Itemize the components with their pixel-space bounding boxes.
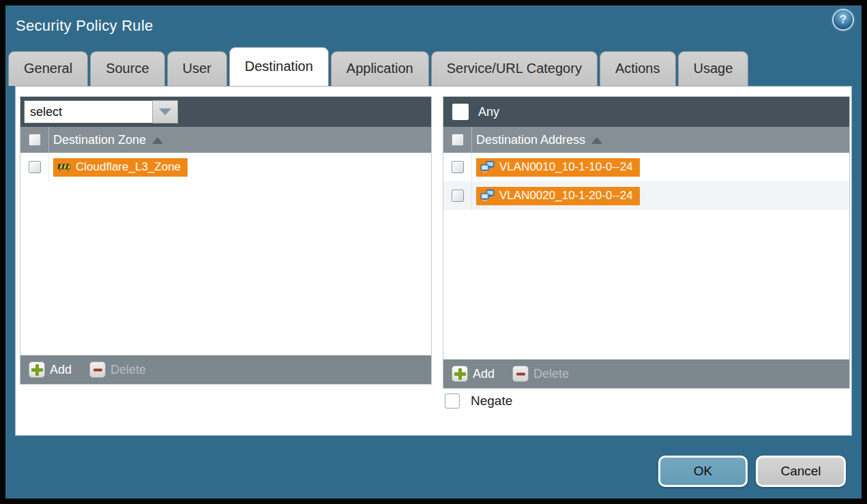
plus-icon — [452, 366, 468, 382]
zone-header-checkbox-cell — [20, 127, 49, 153]
zone-icon — [57, 162, 71, 172]
address-action-bar: Add Delete — [443, 359, 849, 388]
tab-application[interactable]: Application — [331, 51, 429, 86]
address-item[interactable]: VLAN0020_10-1-20-0--24 — [476, 187, 640, 205]
address-row-checkbox-cell — [443, 181, 472, 210]
zone-item-label: Cloudflare_L3_Zone — [76, 160, 181, 174]
negate-label: Negate — [471, 394, 512, 409]
zone-column-label: Destination Zone — [53, 133, 146, 147]
address-row-checkbox-cell — [443, 153, 472, 181]
address-item-label: VLAN0010_10-1-10-0--24 — [499, 160, 633, 174]
add-button[interactable]: Add — [452, 366, 495, 382]
delete-button[interactable]: Delete — [512, 366, 569, 382]
tab-usage[interactable]: Usage — [678, 51, 749, 86]
delete-button-label: Delete — [533, 367, 569, 381]
zone-row-checkbox-cell — [20, 153, 49, 181]
tab-general[interactable]: General — [8, 51, 88, 86]
any-label: Any — [478, 105, 499, 119]
ok-button[interactable]: OK — [658, 456, 748, 487]
address-select-all-checkbox[interactable] — [452, 134, 464, 146]
address-item-label: VLAN0020_10-1-20-0--24 — [499, 189, 633, 203]
address-list: VLAN0010_10-1-10-0--24 — [443, 153, 849, 359]
plus-icon — [29, 361, 45, 378]
address-row-checkbox[interactable] — [452, 190, 464, 202]
security-policy-rule-dialog: Security Policy Rule ? General Source Us… — [5, 5, 862, 499]
tab-bar: General Source User Destination Applicat… — [8, 47, 748, 86]
tab-source[interactable]: Source — [90, 51, 164, 86]
address-column-header[interactable]: Destination Address — [443, 127, 849, 153]
any-checkbox[interactable] — [452, 104, 469, 120]
negate-control: Negate — [445, 394, 512, 409]
tab-destination[interactable]: Destination — [229, 47, 329, 86]
tab-actions[interactable]: Actions — [600, 51, 676, 86]
minus-icon — [89, 361, 106, 378]
table-row: VLAN0020_10-1-20-0--24 — [443, 181, 849, 210]
zone-action-bar: Add Delete — [20, 355, 431, 384]
table-row: Cloudflare_L3_Zone — [20, 153, 431, 181]
address-header-checkbox-cell — [443, 127, 472, 153]
help-icon[interactable]: ? — [834, 10, 853, 29]
zone-item[interactable]: Cloudflare_L3_Zone — [53, 158, 188, 177]
zone-select-all-checkbox[interactable] — [29, 134, 41, 146]
zone-toolbar — [20, 97, 431, 127]
address-row-checkbox[interactable] — [452, 161, 464, 173]
zone-select-input[interactable] — [24, 100, 152, 123]
delete-button-label: Delete — [111, 363, 146, 377]
zone-column-header[interactable]: Destination Zone — [20, 127, 431, 153]
address-column-label: Destination Address — [476, 133, 585, 147]
address-column-title: Destination Address — [476, 133, 602, 147]
delete-button[interactable]: Delete — [89, 361, 146, 378]
address-toolbar: Any — [443, 97, 849, 127]
address-item[interactable]: VLAN0010_10-1-10-0--24 — [476, 158, 640, 177]
tab-service-url-category[interactable]: Service/URL Category — [431, 51, 598, 86]
zone-list: Cloudflare_L3_Zone — [20, 153, 431, 355]
destination-tab-content: Destination Zone — [15, 86, 852, 436]
table-row: VLAN0010_10-1-10-0--24 — [443, 153, 849, 181]
chevron-down-icon — [159, 108, 171, 115]
cancel-button[interactable]: Cancel — [756, 456, 846, 487]
destination-address-panel: Any Destination Address — [443, 96, 850, 389]
any-control: Any — [447, 104, 499, 120]
add-button[interactable]: Add — [29, 361, 72, 378]
sort-ascending-icon — [152, 137, 163, 144]
zone-column-title: Destination Zone — [53, 133, 163, 147]
add-button-label: Add — [473, 367, 495, 381]
page-title: Security Policy Rule — [16, 17, 153, 35]
negate-checkbox[interactable] — [445, 394, 460, 409]
zone-select-combo — [24, 100, 178, 123]
tab-user[interactable]: User — [167, 51, 227, 86]
destination-zone-panel: Destination Zone — [20, 96, 432, 385]
minus-icon — [512, 366, 529, 382]
network-address-icon — [480, 190, 495, 201]
sort-ascending-icon — [591, 137, 602, 144]
network-address-icon — [480, 161, 495, 173]
add-button-label: Add — [50, 363, 72, 377]
zone-select-dropdown-button[interactable] — [152, 100, 178, 123]
zone-row-checkbox[interactable] — [29, 161, 41, 173]
